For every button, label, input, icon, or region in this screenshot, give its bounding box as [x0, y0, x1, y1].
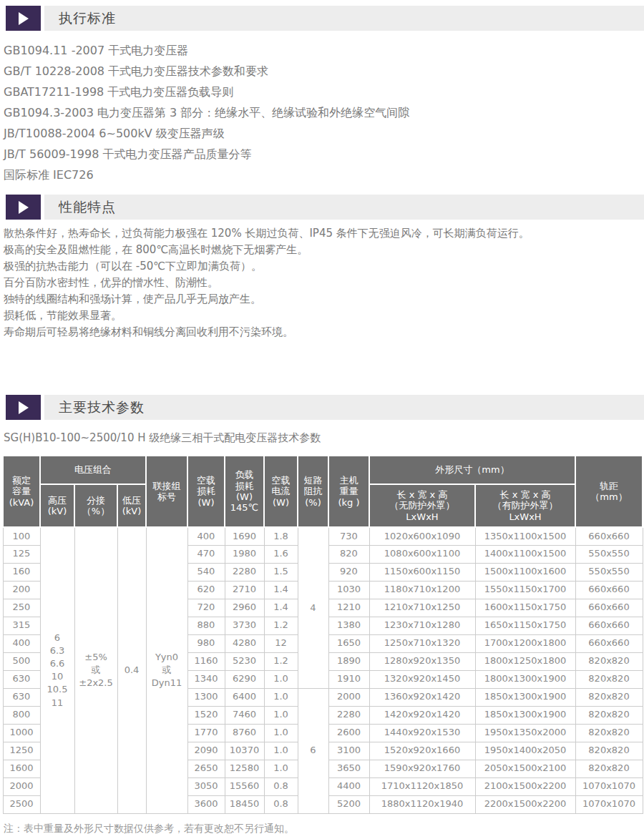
cell-gauge: 550x550 — [575, 563, 643, 581]
col-header-dimensions: 外形尺寸（mm） — [369, 456, 575, 484]
cell-load-loss: 6400 — [225, 688, 264, 706]
section-bar: 主要技术参数 — [44, 395, 644, 420]
cell-load-loss: 18450 — [225, 795, 264, 813]
cell-weight: 730 — [328, 527, 369, 545]
cell-load-loss: 4280 — [225, 634, 264, 652]
cell-load-loss: 10370 — [225, 742, 264, 760]
cell-capacity: 315 — [3, 617, 40, 634]
cell-load-loss: 3730 — [225, 617, 264, 634]
section-title-standards: 执行标准 — [59, 9, 116, 28]
cell-dim-no-cover: 1420x920x1420 — [369, 706, 475, 724]
feature-line: 独特的线圈结构和强场计算，使产品几乎无局放产生。 — [4, 291, 644, 308]
feature-line: 散热条件好，热寿命长，过负荷能力极强在 120% 长期过负荷、IP45 条件下无… — [4, 225, 644, 242]
cell-dim-no-cover: 1360x920x1420 — [369, 688, 475, 706]
cell-no-load-current: 1.0 — [264, 724, 298, 742]
cell-gauge: 660x660 — [575, 617, 643, 634]
cell-gauge: 660x660 — [575, 599, 643, 617]
cell-weight: 3100 — [328, 742, 369, 760]
page: 执行标准 GB1094.11 -2007 干式电力变压器GB/T 10228-2… — [0, 0, 644, 835]
col-header-dim-with-cover: 长 x 宽 x 高 （有防护外罩） LxWxH — [475, 484, 575, 527]
cell-capacity: 630 — [3, 688, 40, 706]
feature-line: 损耗低，节能效果显著。 — [4, 308, 644, 324]
cell-weight: 820 — [328, 545, 369, 563]
cell-dim-no-cover: 1520x920x1660 — [369, 742, 475, 760]
cell-dim-with-cover: 1650x1150x1750 — [475, 617, 575, 634]
cell-gauge: 660x660 — [575, 634, 643, 652]
cell-dim-no-cover: 1320x920x1450 — [369, 670, 475, 688]
cell-gauge: 660x660 — [575, 581, 643, 599]
cell-weight: 2280 — [328, 706, 369, 724]
cell-no-load-current: 1.4 — [264, 599, 298, 617]
cell-weight: 2600 — [328, 724, 369, 742]
cell-dim-no-cover: 1590x920x1760 — [369, 760, 475, 777]
cell-vector-merged: Yyn0 或 Dyn11 — [146, 527, 187, 813]
section-header-parameters: 主要技术参数 — [6, 395, 644, 420]
cell-capacity: 160 — [3, 563, 40, 581]
cell-gauge: 820x820 — [575, 742, 643, 760]
cell-dim-no-cover: 1230x710x1280 — [369, 617, 475, 634]
cell-no-load-loss: 2650 — [187, 760, 225, 777]
cell-no-load-loss: 2090 — [187, 742, 225, 760]
cell-weight: 5200 — [328, 795, 369, 813]
cell-weight: 3650 — [328, 760, 369, 777]
cell-dim-with-cover: 1800x1250x1800 — [475, 652, 575, 670]
cell-no-load-loss: 620 — [187, 581, 225, 599]
features-list: 散热条件好，热寿命长，过负荷能力极强在 120% 长期过负荷、IP45 条件下无… — [4, 225, 644, 340]
cell-dim-no-cover: 1280x920x1350 — [369, 652, 475, 670]
cell-weight: 1910 — [328, 670, 369, 688]
cell-gauge: 1070x1070 — [575, 777, 643, 795]
feature-line: 极高的安全及阻燃性能，在 800℃高温长时燃烧下无烟雾产生。 — [4, 242, 644, 258]
spec-table: 额定 容量 (kVA) 电压组合 联接组 标号 空载 损耗 (W) 负载 损耗 … — [2, 455, 643, 814]
cell-no-load-loss: 1300 — [187, 688, 225, 706]
cell-dim-with-cover: 1550x1150x1700 — [475, 581, 575, 599]
cell-no-load-current: 12 — [264, 634, 298, 652]
cell-dim-with-cover: 1800x1300x1900 — [475, 670, 575, 688]
cell-load-loss: 12580 — [225, 760, 264, 777]
cell-tap-merged: ±5% 或 ±2x2.5 — [74, 527, 117, 813]
cell-capacity: 400 — [3, 634, 40, 652]
cell-lv-merged: 0.4 — [117, 527, 146, 813]
cell-load-loss: 1690 — [225, 527, 264, 545]
cell-dim-with-cover: 2200x1500x2200 — [475, 795, 575, 813]
col-header-hv: 高压 (kV) — [40, 484, 74, 527]
cell-dim-with-cover: 1850x1300x1900 — [475, 706, 575, 724]
cell-no-load-loss: 880 — [187, 617, 225, 634]
standard-line: GB1094.11 -2007 干式电力变压器 — [4, 40, 644, 61]
cell-dim-no-cover: 1250x710x1320 — [369, 634, 475, 652]
cell-capacity: 1000 — [3, 724, 40, 742]
cell-no-load-current: 0.8 — [264, 795, 298, 813]
col-header-vector: 联接组 标号 — [146, 456, 187, 527]
cell-no-load-current: 1.0 — [264, 742, 298, 760]
cell-no-load-loss: 540 — [187, 563, 225, 581]
cell-capacity: 1250 — [3, 742, 40, 760]
cell-gauge: 820x820 — [575, 688, 643, 706]
col-header-voltage-group: 电压组合 — [40, 456, 146, 484]
cell-gauge: 820x820 — [575, 652, 643, 670]
cell-load-loss: 2710 — [225, 581, 264, 599]
section-bar: 性能特点 — [44, 195, 644, 220]
cell-no-load-current: 1.2 — [264, 652, 298, 670]
cell-dim-with-cover: 1350x1100x1500 — [475, 527, 575, 545]
cell-no-load-loss: 1520 — [187, 706, 225, 724]
cell-weight: 4400 — [328, 777, 369, 795]
cell-no-load-current: 1.2 — [264, 617, 298, 634]
cell-no-load-current: 1.8 — [264, 527, 298, 545]
cell-dim-no-cover: 1150x600x1150 — [369, 563, 475, 581]
cell-no-load-current: 1.0 — [264, 760, 298, 777]
cell-capacity: 800 — [3, 706, 40, 724]
cell-dim-with-cover: 1400x1100x1500 — [475, 545, 575, 563]
section-header-standards: 执行标准 — [6, 6, 644, 31]
standard-line: GB/T 10228-2008 干式电力变压器技术参数和要求 — [4, 61, 644, 82]
cell-no-load-loss: 1770 — [187, 724, 225, 742]
cell-dim-no-cover: 1080x600x1100 — [369, 545, 475, 563]
cell-no-load-current: 1.5 — [264, 563, 298, 581]
col-header-lv: 低压 (kV) — [117, 484, 146, 527]
cell-no-load-current: 1.0 — [264, 706, 298, 724]
cell-load-loss: 2960 — [225, 599, 264, 617]
cell-gauge: 550x550 — [575, 545, 643, 563]
cell-dim-with-cover: 1950x1350x2000 — [475, 724, 575, 742]
cell-capacity: 250 — [3, 599, 40, 617]
section-header-features: 性能特点 — [6, 195, 644, 220]
standard-line: GBAT17211-1998 干式电力变压器负载导则 — [4, 82, 644, 102]
play-icon — [6, 6, 41, 31]
